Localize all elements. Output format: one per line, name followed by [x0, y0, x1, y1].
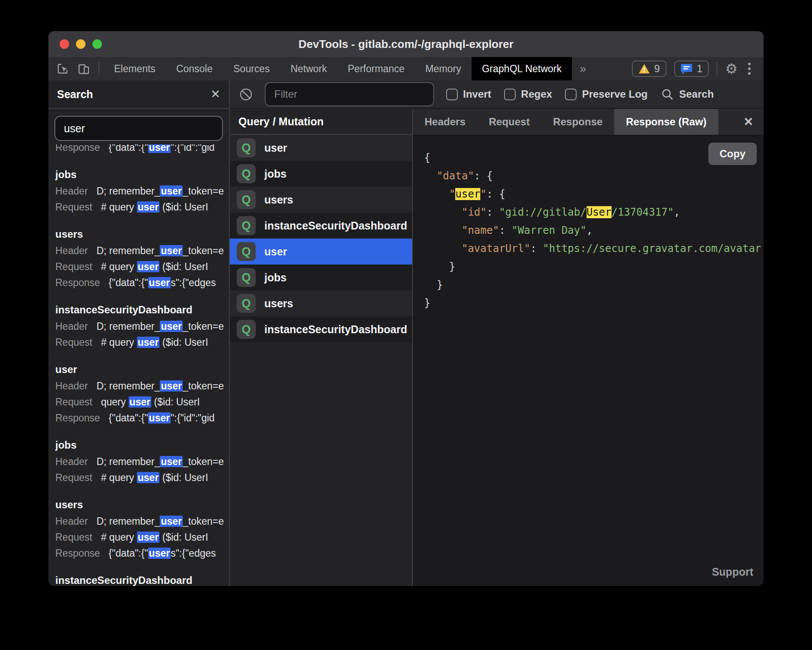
result-row-label: Request	[55, 201, 92, 213]
checkbox-regex[interactable]: Regex	[504, 88, 552, 100]
checkbox-label: Regex	[521, 88, 552, 100]
tabbar-icons	[48, 57, 94, 80]
match-highlight: user	[137, 337, 160, 348]
search-result-row[interactable]: Request# query user ($id: UserI	[55, 259, 229, 275]
search-input-wrap	[48, 109, 229, 144]
search-result-row[interactable]: HeaderD; remember_user_token=e	[55, 183, 229, 199]
tab-graphql-network[interactable]: GraphQL Network	[472, 57, 572, 80]
warnings-badge[interactable]: 9	[632, 61, 666, 77]
issues-badge[interactable]: 1	[674, 61, 709, 77]
toolbar-search-label: Search	[679, 88, 714, 100]
minimize-window-button[interactable]	[76, 39, 86, 49]
search-result-row[interactable]: Request# query user ($id: UserI	[55, 529, 229, 545]
network-toolbar: InvertRegexPreserve Log Search	[230, 80, 764, 109]
result-row-label: Response	[55, 277, 100, 288]
devtools-tabbar: ElementsConsoleSourcesNetworkPerformance…	[48, 57, 764, 80]
match-highlight: user	[148, 277, 171, 288]
json-line: }	[424, 258, 764, 276]
search-result-row[interactable]: HeaderD; remember_user_token=e	[55, 243, 229, 259]
block-icon[interactable]	[239, 88, 253, 101]
result-section-title: user	[55, 361, 229, 378]
query-item-label: instanceSecurityDashboard	[264, 220, 407, 232]
search-result-row[interactable]: Response{"data":{"users":{"edges	[55, 275, 229, 291]
close-window-button[interactable]	[60, 39, 69, 49]
result-row-label: Response	[55, 144, 100, 153]
tab-memory[interactable]: Memory	[415, 57, 472, 80]
devtools-tabs: ElementsConsoleSourcesNetworkPerformance…	[104, 57, 572, 80]
query-item-users[interactable]: Qusers	[230, 290, 412, 316]
badge-separator	[717, 62, 717, 75]
support-link[interactable]: Support	[413, 561, 764, 586]
close-detail-icon[interactable]: ✕	[733, 109, 764, 135]
checkbox-invert[interactable]: Invert	[446, 88, 491, 100]
search-result-row[interactable]: Request# query user ($id: UserI	[55, 199, 229, 215]
query-item-user[interactable]: Quser	[230, 239, 412, 264]
zoom-window-button[interactable]	[92, 39, 102, 49]
search-result-row[interactable]: Response{"data":{"user":{"id":"gid	[55, 144, 215, 156]
tab-performance[interactable]: Performance	[337, 57, 415, 80]
devtools-window: DevTools - gitlab.com/-/graphql-explorer…	[48, 31, 764, 586]
match-highlight: user	[137, 472, 160, 483]
warning-icon	[638, 64, 650, 74]
detail-tab-headers[interactable]: Headers	[413, 109, 477, 135]
kebab-menu-icon[interactable]	[745, 63, 753, 75]
result-section-title: users	[55, 226, 229, 243]
tab-sources[interactable]: Sources	[223, 57, 280, 80]
checkbox-box[interactable]	[565, 89, 577, 100]
detail-tabs: HeadersRequestResponseResponse (Raw) ✕	[413, 109, 764, 136]
search-result-row[interactable]: HeaderD; remember_user_token=e	[55, 319, 229, 335]
search-result-row[interactable]: Response{"data":{"users":{"edges	[55, 545, 229, 561]
query-type-badge: Q	[237, 216, 256, 235]
result-row-label: Request	[55, 261, 92, 272]
detail-tab-request[interactable]: Request	[477, 109, 542, 135]
query-item-jobs[interactable]: Qjobs	[230, 264, 412, 290]
checkbox-preserve-log[interactable]: Preserve Log	[565, 88, 647, 100]
tab-network[interactable]: Network	[280, 57, 337, 80]
result-row-label: Header	[55, 516, 88, 527]
query-item-user[interactable]: Quser	[230, 135, 412, 161]
search-result-row[interactable]: HeaderD; remember_user_token=e	[55, 513, 229, 529]
match-highlight: user	[148, 412, 171, 424]
search-input[interactable]	[54, 116, 223, 141]
search-result-row[interactable]: HeaderD; remember_user_token=e	[55, 378, 229, 394]
inspect-element-icon[interactable]	[56, 62, 70, 76]
checkbox-label: Preserve Log	[582, 88, 647, 100]
search-result-row[interactable]: HeaderD; remember_user_token=e	[55, 454, 229, 470]
json-content: { "data": { "user": { "id": "gid://gitla…	[424, 149, 764, 312]
response-raw-view: Copy { "data": { "user": { "id": "gid://…	[413, 136, 764, 561]
detail-tabs-strip: HeadersRequestResponseResponse (Raw)	[413, 109, 718, 135]
result-row-label: Response	[55, 548, 100, 559]
settings-gear-icon[interactable]: ⚙	[725, 62, 738, 76]
result-row-label: Header	[55, 380, 88, 392]
search-result-row[interactable]: Request# query user ($id: UserI	[55, 335, 229, 350]
result-row-label: Request	[55, 532, 92, 543]
tab-elements[interactable]: Elements	[104, 57, 166, 80]
device-toolbar-icon[interactable]	[77, 62, 91, 76]
tab-console[interactable]: Console	[166, 57, 223, 80]
detail-tab-response[interactable]: Response	[541, 109, 614, 135]
query-item-users[interactable]: Qusers	[230, 187, 412, 213]
query-item-jobs[interactable]: Qjobs	[230, 161, 412, 187]
query-item-instancesecuritydashboard[interactable]: QinstanceSecurityDashboard	[230, 213, 412, 239]
json-line: "data": {	[424, 167, 764, 185]
query-type-badge: Q	[237, 164, 256, 183]
copy-button[interactable]: Copy	[708, 143, 757, 165]
query-item-instancesecuritydashboard[interactable]: QinstanceSecurityDashboard	[230, 316, 412, 342]
checkbox-box[interactable]	[446, 89, 458, 100]
checkbox-label: Invert	[463, 88, 491, 100]
result-row-label: Request	[55, 337, 92, 348]
search-result-row[interactable]: Request# query user ($id: UserI	[55, 470, 229, 486]
close-search-icon[interactable]: ✕	[210, 89, 220, 100]
filter-input[interactable]	[265, 82, 434, 106]
search-result-row[interactable]: Response{"data":{"user":{"id":"gid	[55, 410, 229, 426]
result-row-label: Header	[55, 185, 88, 197]
checkbox-box[interactable]	[504, 89, 516, 100]
detail-tab-response-raw[interactable]: Response (Raw)	[614, 109, 718, 135]
query-list: QuserQjobsQusersQinstanceSecurityDashboa…	[230, 135, 412, 586]
query-item-label: users	[264, 297, 293, 310]
search-result-row[interactable]: Requestquery user ($id: UserI	[55, 394, 229, 410]
toolbar-search[interactable]: Search	[661, 88, 714, 101]
match-highlight-yellow: User	[587, 206, 612, 218]
more-tabs-icon[interactable]: »	[572, 57, 594, 80]
query-type-badge: Q	[237, 320, 256, 339]
